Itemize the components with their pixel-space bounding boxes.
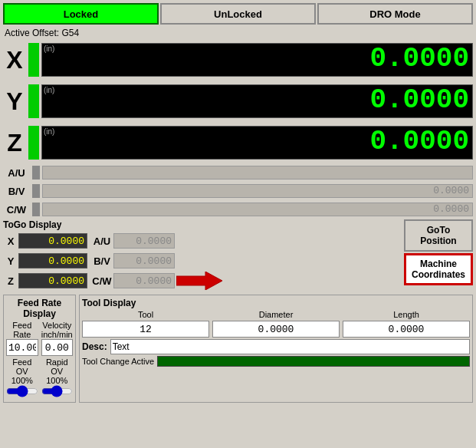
small-dro-display-bv: 0.0000	[42, 184, 473, 198]
main-container: Locked UnLocked DRO Mode Active Offset: …	[0, 0, 476, 448]
togo-input2-cw[interactable]	[113, 273, 175, 288]
velocity-label: Velocity inch/min	[41, 321, 74, 339]
tool-change-bar	[157, 356, 470, 367]
small-dro-display-au	[42, 166, 473, 180]
top-buttons: Locked UnLocked DRO Mode	[3, 3, 473, 25]
togo-axis2-cw: C/W	[90, 275, 113, 287]
small-dro-label-au: A/U	[3, 167, 30, 179]
togo-and-buttons: ToGo Display X A/U Y B/V Z C/W	[3, 219, 473, 292]
svg-marker-0	[176, 272, 222, 290]
unlocked-button[interactable]: UnLocked	[160, 3, 316, 25]
feed-ov-label: Feed OV 100%	[6, 357, 38, 385]
arrow-container	[176, 272, 222, 290]
velocity-value[interactable]	[41, 339, 74, 356]
rapid-ov-col: Rapid OV 100%	[41, 357, 74, 400]
togo-row-x: X A/U	[3, 232, 401, 250]
dro-label-x: X	[3, 46, 26, 74]
togo-axis2-au: A/U	[90, 236, 113, 247]
feed-rate-section: Feed Rate Display Feed Rate Velocity inc…	[3, 295, 76, 403]
togo-section: ToGo Display X A/U Y B/V Z C/W	[3, 219, 401, 292]
small-dro-value-bv: 0.0000	[433, 185, 469, 196]
feed-ov-slider[interactable]	[6, 385, 38, 397]
length-col-header: Length	[343, 310, 470, 319]
dro-unit-x: (in)	[44, 44, 54, 53]
feed-rate-col: Feed Rate	[6, 321, 38, 356]
small-dro-display-cw: 0.0000	[42, 203, 473, 216]
info-section: Feed Rate Display Feed Rate Velocity inc…	[3, 295, 473, 403]
togo-row-z: Z C/W	[3, 272, 401, 290]
diameter-col-header: Diameter	[212, 310, 340, 319]
rapid-ov-label: Rapid OV 100%	[41, 357, 74, 385]
togo-axis-x: X	[3, 236, 18, 247]
small-green-bar-au	[32, 166, 40, 180]
desc-row: Desc:	[82, 339, 470, 354]
small-dro-value-cw: 0.0000	[433, 203, 469, 215]
togo-input2-au[interactable]	[113, 233, 175, 249]
dro-value-y: 0.0000	[369, 84, 469, 116]
tool-length-value[interactable]	[343, 321, 470, 338]
togo-input2-bv[interactable]	[113, 253, 175, 268]
machine-coordinates-button[interactable]: Machine Coordinates	[404, 253, 473, 285]
tool-col-header: Tool	[82, 310, 209, 319]
feed-rate-value[interactable]	[6, 339, 38, 356]
togo-row-y: Y B/V	[3, 252, 401, 270]
togo-axis2-bv: B/V	[90, 255, 113, 267]
dro-label-y: Y	[3, 87, 26, 116]
right-buttons: GoTo Position Machine Coordinates	[404, 219, 473, 292]
desc-label: Desc:	[82, 341, 107, 352]
tool-header-row: Tool Diameter Length	[82, 310, 470, 319]
active-offset: Active Offset: G54	[3, 28, 473, 38]
togo-axis-z: Z	[3, 275, 18, 287]
dro-green-bar-z	[28, 126, 39, 160]
small-dro-label-bv: B/V	[3, 186, 30, 197]
togo-axis-y: Y	[3, 255, 18, 267]
dro-row-z: Z (in) 0.0000	[3, 123, 473, 163]
feed-rate-label: Feed Rate	[6, 321, 38, 339]
dro-display-z: (in) 0.0000	[41, 126, 473, 160]
togo-title: ToGo Display	[3, 219, 401, 230]
small-green-bar-bv	[32, 184, 40, 198]
tool-diameter-value[interactable]	[212, 321, 340, 338]
togo-input-y[interactable]	[18, 253, 87, 268]
dro-value-x: 0.0000	[369, 43, 469, 74]
feed-ov-row: Feed OV 100% Rapid OV 100%	[6, 357, 73, 400]
small-dro-label-cw: C/W	[3, 204, 30, 216]
locked-button[interactable]: Locked	[3, 3, 159, 25]
rapid-ov-slider[interactable]	[41, 385, 74, 397]
togo-input-x[interactable]	[18, 233, 87, 249]
red-arrow-icon	[176, 272, 222, 290]
small-dro-row-au: A/U	[3, 164, 473, 181]
dro-unit-y: (in)	[44, 86, 54, 94]
feed-rate-row: Feed Rate Velocity inch/min	[6, 321, 73, 356]
dro-row-x: X (in) 0.0000	[3, 40, 473, 80]
tool-change-label: Tool Change Active	[82, 357, 154, 366]
desc-input[interactable]	[110, 339, 470, 354]
dro-green-bar-x	[28, 43, 39, 77]
dro-display-y: (in) 0.0000	[41, 84, 473, 118]
tool-display-section: Tool Display Tool Diameter Length Desc: …	[79, 295, 473, 403]
feed-ov-col: Feed OV 100%	[6, 357, 38, 400]
dro-value-z: 0.0000	[369, 126, 469, 157]
dro-green-bar-y	[28, 84, 39, 118]
dro-label-z: Z	[3, 129, 26, 157]
feed-rate-title: Feed Rate Display	[6, 298, 73, 319]
dro-unit-z: (in)	[44, 127, 54, 136]
small-dro-row-bv: B/V 0.0000	[3, 183, 473, 199]
small-dro-row-cw: C/W 0.0000	[3, 201, 473, 218]
tool-change-row: Tool Change Active	[82, 356, 470, 367]
dro-display-x: (in) 0.0000	[41, 43, 473, 77]
dro-mode-button[interactable]: DRO Mode	[317, 3, 473, 25]
tool-value-row	[82, 321, 470, 338]
togo-input-z[interactable]	[18, 273, 87, 288]
tool-number-value[interactable]	[82, 321, 209, 338]
dro-row-y: Y (in) 0.0000	[3, 81, 473, 121]
goto-position-button[interactable]: GoTo Position	[404, 219, 473, 252]
velocity-col: Velocity inch/min	[41, 321, 74, 356]
tool-display-title: Tool Display	[82, 298, 470, 308]
dro-section: X (in) 0.0000 Y (in) 0.0000 Z (in) 0.000…	[3, 40, 473, 218]
small-green-bar-cw	[32, 203, 40, 216]
